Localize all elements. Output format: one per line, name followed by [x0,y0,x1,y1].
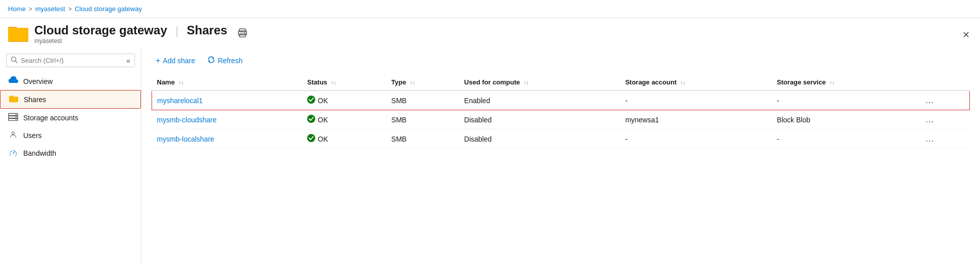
cell-type: SMB [386,129,459,149]
search-box[interactable]: « [6,54,135,67]
sort-compute-icon[interactable]: ↑↓ [524,80,529,85]
content-area: + Add share Refresh [141,48,980,264]
collapse-sidebar-button[interactable]: « [126,57,130,65]
table-row[interactable]: mysmb-cloudshare OK SMB Disabled mynewsa… [152,110,970,129]
breadcrumb-level2[interactable]: Cloud storage gateway [75,5,142,13]
toolbar: + Add share Refresh [152,54,970,67]
sidebar-item-overview[interactable]: Overview [0,72,141,90]
cell-name: mysmb-cloudshare [152,110,303,129]
add-share-button[interactable]: + Add share [152,54,199,67]
svg-point-21 [307,115,315,123]
svg-point-22 [307,134,315,142]
svg-rect-3 [239,29,246,32]
sidebar-item-users[interactable]: Users [0,126,141,144]
more-actions-button[interactable]: … [923,95,937,106]
col-name[interactable]: Name ↑↓ [152,74,303,91]
close-icon[interactable]: ✕ [962,29,970,40]
sidebar-item-bandwidth[interactable]: Bandwidth [0,144,141,162]
svg-point-6 [244,32,246,33]
col-storage-service[interactable]: Storage service ↑↓ [772,74,918,91]
cell-status: OK [302,129,386,149]
cell-storage-account: - [620,91,772,110]
breadcrumb: Home > myasetest > Cloud storage gateway [8,5,142,13]
sidebar-item-storage-accounts-label: Storage accounts [23,114,78,122]
status-text: OK [318,116,328,124]
sidebar-item-bandwidth-label: Bandwidth [23,149,56,157]
cell-storage-service: - [772,129,918,149]
search-icon [11,56,18,65]
svg-rect-4 [239,34,246,37]
breadcrumb-sep1: > [29,6,32,13]
cell-status: OK [302,110,386,129]
bandwidth-icon [8,148,18,158]
svg-point-20 [307,96,315,104]
table-row[interactable]: mysmb-localshare OK SMB Disabled - - … [152,129,970,149]
shares-table: Name ↑↓ Status ↑↓ Type ↑↓ Used for com [152,74,970,149]
refresh-button[interactable]: Refresh [203,54,247,67]
status-check-icon [307,134,315,144]
cell-type: SMB [386,91,459,110]
cell-compute: Disabled [459,110,620,129]
sort-storage-icon[interactable]: ↑↓ [680,80,685,85]
main-layout: « Overview Shar [0,48,980,264]
cell-more-actions[interactable]: … [918,91,969,110]
cell-storage-account: mynewsa1 [620,110,772,129]
status-check-icon [307,115,315,124]
svg-line-8 [16,61,18,63]
cloud-icon [8,76,18,86]
cell-status: OK [302,91,386,110]
sidebar: « Overview Shar [0,48,141,264]
breadcrumb-sep2: > [68,6,72,13]
page-title: Cloud storage gateway | Shares [34,23,227,37]
cell-type: SMB [386,110,459,129]
breadcrumb-home[interactable]: Home [8,5,26,13]
sidebar-item-shares[interactable]: Shares [0,90,141,109]
col-status[interactable]: Status ↑↓ [302,74,386,91]
col-storage-account[interactable]: Storage account ↑↓ [620,74,772,91]
breadcrumb-bar: Home > myasetest > Cloud storage gateway [0,0,980,18]
status-text: OK [318,97,328,105]
user-icon [8,130,18,140]
svg-rect-11 [9,97,18,102]
status-text: OK [318,135,328,143]
col-type[interactable]: Type ↑↓ [386,74,459,91]
sidebar-item-storage-accounts[interactable]: Storage accounts [0,109,141,126]
cell-compute: Disabled [459,129,620,149]
folder-icon [8,24,28,44]
folder-nav-icon [9,95,19,104]
search-input[interactable] [21,57,112,64]
cell-more-actions[interactable]: … [918,110,969,129]
col-used-for-compute[interactable]: Used for compute ↑↓ [459,74,620,91]
cell-storage-account: - [620,129,772,149]
sort-type-icon[interactable]: ↑↓ [410,80,415,85]
sort-name-icon[interactable]: ↑↓ [179,80,184,85]
col-actions [918,74,969,91]
cell-storage-service: Block Blob [772,110,918,129]
cell-more-actions[interactable]: … [918,129,969,149]
status-check-icon [307,96,315,105]
sort-service-icon[interactable]: ↑↓ [829,80,835,85]
header-text: Cloud storage gateway | Shares myasetest [34,23,227,45]
more-actions-button[interactable]: … [923,134,937,144]
cell-storage-service: - [772,91,918,110]
sidebar-item-shares-label: Shares [24,96,46,104]
more-actions-button[interactable]: … [923,114,937,125]
svg-point-18 [12,132,14,135]
storage-icon [8,113,18,122]
sidebar-item-users-label: Users [23,131,42,140]
svg-rect-2 [8,28,28,41]
cell-name: mysharelocal1 [152,91,303,110]
refresh-icon [207,56,215,65]
resource-name: myasetest [34,37,227,45]
sidebar-item-overview-label: Overview [23,77,53,85]
cell-compute: Enabled [459,91,620,110]
print-icon[interactable] [237,28,248,40]
sort-status-icon[interactable]: ↑↓ [331,80,336,85]
table-row[interactable]: mysharelocal1 OK SMB Enabled - - … [152,91,970,110]
cell-name: mysmb-localshare [152,129,303,149]
page-header: Cloud storage gateway | Shares myasetest… [0,18,980,48]
breadcrumb-level1[interactable]: myasetest [35,5,65,13]
plus-icon: + [156,56,160,65]
